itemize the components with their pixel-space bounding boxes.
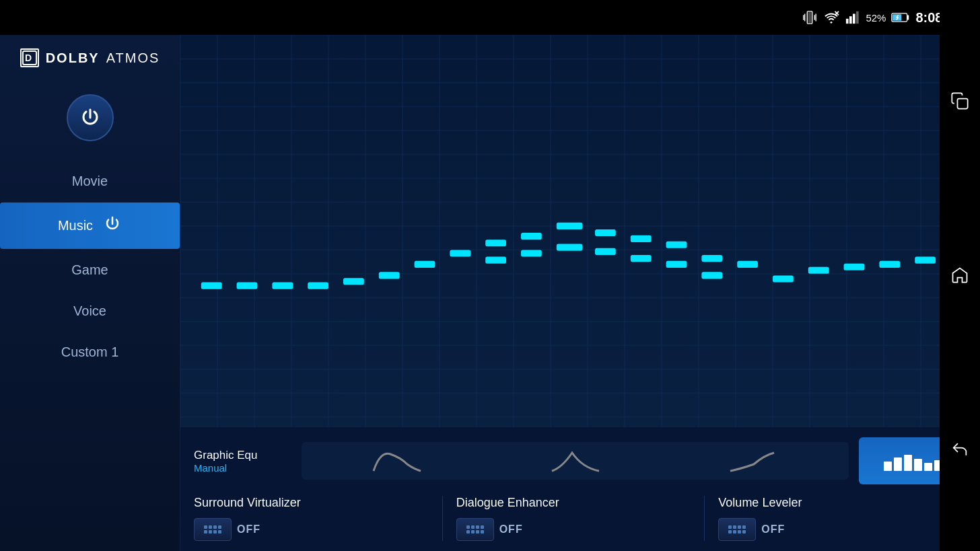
eq-bar-17 <box>773 275 794 282</box>
eq-bar-11 <box>557 223 583 229</box>
svg-rect-27 <box>631 255 652 262</box>
volume-leveler-group: Volume Leveler OFF <box>705 496 967 541</box>
svg-rect-26 <box>595 248 616 255</box>
eq-bar-9 <box>485 240 506 246</box>
vibrate-icon <box>802 10 817 25</box>
eq-canvas <box>180 35 980 427</box>
power-button[interactable] <box>67 94 114 141</box>
power-icon <box>78 106 102 130</box>
svg-rect-12 <box>856 11 859 24</box>
svg-rect-33 <box>914 459 922 471</box>
svg-rect-24 <box>521 250 542 256</box>
controls-row: Surround Virtualizer OFF Dialogue Enha <box>194 492 967 541</box>
dialogue-off-state: OFF <box>499 523 523 536</box>
dolby-logo: D DOLBY ATMOS <box>7 42 174 74</box>
content-area: Graphic Equ Manual <box>180 35 980 551</box>
main-layout: D DOLBY ATMOS Movie Music <box>0 35 980 551</box>
preset-bass-curve <box>370 447 424 474</box>
eq-bar-21 <box>915 257 936 264</box>
volume-dots-btn[interactable] <box>718 518 756 541</box>
sidebar-item-game[interactable]: Game <box>0 250 180 290</box>
eq-bar-19 <box>844 264 865 270</box>
eq-title-group: Graphic Equ Manual <box>194 449 291 474</box>
surround-off-state: OFF <box>237 523 260 536</box>
preset-treble[interactable] <box>668 447 839 474</box>
battery-icon <box>891 11 910 24</box>
dialogue-enhancer-group: Dialogue Enhancer OFF <box>443 496 705 541</box>
dolby-product-text: ATMOS <box>106 50 160 66</box>
bottom-panel: Graphic Equ Manual <box>180 427 980 551</box>
eq-bar-18 <box>808 267 829 274</box>
back-button[interactable] <box>950 441 969 460</box>
toggle-dots-icon <box>728 525 746 534</box>
eq-title: Graphic Equ <box>194 449 291 462</box>
eq-presets <box>302 442 849 480</box>
eq-bar-14 <box>666 242 687 248</box>
dolby-brand-text: DOLBY <box>46 50 100 66</box>
svg-point-6 <box>831 22 833 24</box>
copy-button[interactable] <box>950 91 969 110</box>
svg-rect-32 <box>904 455 912 471</box>
eq-visualizer <box>180 35 980 427</box>
eq-bar-13 <box>631 235 652 242</box>
surround-virtualizer-group: Surround Virtualizer OFF <box>194 496 443 541</box>
sidebar-item-custom1[interactable]: Custom 1 <box>0 332 180 372</box>
sidebar: D DOLBY ATMOS Movie Music <box>0 35 180 551</box>
svg-rect-25 <box>557 244 583 251</box>
preset-bass[interactable] <box>312 447 482 474</box>
preset-mid-curve <box>549 447 602 474</box>
toggle-dots-icon <box>466 525 484 534</box>
custom-eq-icon <box>882 449 943 473</box>
surround-dots-btn[interactable] <box>194 518 232 541</box>
eq-bar-8 <box>450 250 470 256</box>
svg-rect-23 <box>485 257 506 264</box>
svg-rect-22 <box>180 35 980 427</box>
dialogue-enhancer-toggle[interactable]: OFF <box>456 518 691 541</box>
svg-rect-29 <box>701 272 722 279</box>
dialogue-enhancer-label: Dialogue Enhancer <box>456 496 691 510</box>
sidebar-item-music[interactable]: Music <box>0 203 180 249</box>
svg-rect-11 <box>853 14 855 24</box>
toggle-dots-icon <box>204 525 221 534</box>
surround-virtualizer-toggle[interactable]: OFF <box>194 518 429 541</box>
sidebar-item-movie[interactable]: Movie <box>0 161 180 201</box>
svg-rect-31 <box>894 457 902 471</box>
signal-icon <box>845 10 860 25</box>
eq-row: Graphic Equ Manual <box>194 437 967 484</box>
svg-rect-30 <box>884 462 892 471</box>
svg-text:D: D <box>25 52 32 63</box>
eq-bar-20 <box>879 261 900 268</box>
eq-bar-10 <box>521 233 542 240</box>
eq-mode: Manual <box>194 462 291 474</box>
dialogue-dots-btn[interactable] <box>456 518 494 541</box>
eq-bar-7 <box>415 261 435 268</box>
eq-bar-12 <box>595 229 616 236</box>
eq-bar-16 <box>737 261 758 268</box>
svg-rect-14 <box>907 15 909 20</box>
sidebar-item-voice[interactable]: Voice <box>0 291 180 331</box>
eq-bar-5 <box>343 278 364 285</box>
svg-rect-28 <box>666 261 687 268</box>
eq-bar-1 <box>201 283 222 289</box>
svg-rect-1 <box>808 12 812 23</box>
eq-bar-6 <box>379 272 400 279</box>
eq-bar-15 <box>701 255 722 262</box>
svg-rect-10 <box>849 16 852 24</box>
home-button[interactable] <box>950 266 969 285</box>
preset-mid[interactable] <box>490 447 660 474</box>
battery-percentage: 52% <box>866 12 886 24</box>
dolby-d-logo: D <box>20 48 39 67</box>
wifi-x-icon <box>823 10 840 25</box>
eq-bar-4 <box>308 283 328 289</box>
surround-virtualizer-label: Surround Virtualizer <box>194 496 429 510</box>
svg-rect-9 <box>846 19 849 24</box>
volume-leveler-toggle[interactable]: OFF <box>718 518 953 541</box>
music-active-icon <box>103 215 122 237</box>
svg-rect-36 <box>958 98 968 108</box>
svg-rect-34 <box>924 463 932 471</box>
volume-off-state: OFF <box>761 523 785 536</box>
status-bar: 52% 8:08 PM <box>0 0 980 35</box>
preset-treble-curve <box>727 447 781 474</box>
eq-bar-3 <box>272 283 293 289</box>
right-edge <box>940 35 980 551</box>
